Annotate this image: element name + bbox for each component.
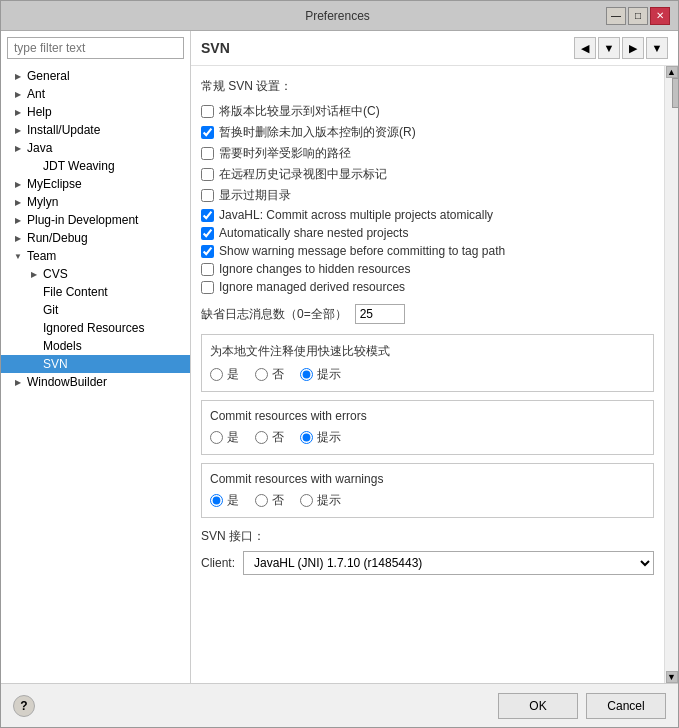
tree-item-ignored-resources[interactable]: Ignored Resources: [1, 319, 190, 337]
tree-label-ignored-resources: Ignored Resources: [41, 321, 186, 335]
checkbox-label-cb1: 将版本比较显示到对话框中(C): [219, 103, 380, 120]
cancel-button[interactable]: Cancel: [586, 693, 666, 719]
commit-error-group: Commit resources with errors 是 否 提示: [201, 400, 654, 455]
tree-item-git[interactable]: Git: [1, 301, 190, 319]
back-button[interactable]: ◀: [574, 37, 596, 59]
tree-item-models[interactable]: Models: [1, 337, 190, 355]
title-bar: Preferences — □ ✕: [1, 1, 678, 31]
tree-arrow-mylyn[interactable]: ▶: [11, 195, 25, 209]
radio-option-ce_prompt: 提示: [300, 429, 341, 446]
svn-interface-section: SVN 接口： Client: JavaHL (JNI) 1.7.10 (r14…: [201, 528, 654, 575]
tree-item-ant[interactable]: ▶Ant: [1, 85, 190, 103]
radio-ce_no[interactable]: [255, 431, 268, 444]
toolbar-dropdown1[interactable]: ▼: [598, 37, 620, 59]
commit-warning-radio-row: 是 否 提示: [210, 492, 645, 509]
tree-arrow-general[interactable]: ▶: [11, 69, 25, 83]
checkbox-label-cb9: Ignore changes to hidden resources: [219, 262, 410, 276]
checkbox-cb10[interactable]: [201, 281, 214, 294]
maximize-button[interactable]: □: [628, 7, 648, 25]
scroll-thumb[interactable]: [672, 78, 679, 108]
radio-cw_yes[interactable]: [210, 494, 223, 507]
log-field-input[interactable]: [355, 304, 405, 324]
filter-input[interactable]: [7, 37, 184, 59]
radio-lc_yes[interactable]: [210, 368, 223, 381]
forward-button[interactable]: ▶: [622, 37, 644, 59]
help-button[interactable]: ?: [13, 695, 35, 717]
client-label: Client:: [201, 556, 235, 570]
tree-arrow-help[interactable]: ▶: [11, 105, 25, 119]
tree-label-run-debug: Run/Debug: [25, 231, 186, 245]
tree-item-jdt-weaving[interactable]: JDT Weaving: [1, 157, 190, 175]
client-select[interactable]: JavaHL (JNI) 1.7.10 (r1485443)SVNKitSVNK…: [243, 551, 654, 575]
radio-ce_prompt[interactable]: [300, 431, 313, 444]
radio-label-ce_yes: 是: [227, 429, 239, 446]
checkbox-cb3[interactable]: [201, 147, 214, 160]
tree-arrow-plugin-development[interactable]: ▶: [11, 213, 25, 227]
log-field-label: 缺省日志消息数（0=全部）: [201, 306, 347, 323]
right-scrollbar[interactable]: ▲ ▼: [664, 66, 678, 683]
radio-label-lc_no: 否: [272, 366, 284, 383]
radio-lc_no[interactable]: [255, 368, 268, 381]
radio-ce_yes[interactable]: [210, 431, 223, 444]
tree-label-svn: SVN: [41, 357, 186, 371]
local-compare-radio-row: 是 否 提示: [210, 366, 645, 383]
checkbox-row-cb4: 在远程历史记录视图中显示标记: [201, 166, 654, 183]
checkbox-cb7[interactable]: [201, 227, 214, 240]
radio-option-lc_yes: 是: [210, 366, 239, 383]
tree-arrow-ant[interactable]: ▶: [11, 87, 25, 101]
ok-button[interactable]: OK: [498, 693, 578, 719]
checkbox-row-cb8: Show warning message before committing t…: [201, 244, 654, 258]
tree-item-install-update[interactable]: ▶Install/Update: [1, 121, 190, 139]
action-buttons: OK Cancel: [498, 693, 666, 719]
tree-arrow-placeholder: [27, 303, 41, 317]
svn-interface-title: SVN 接口：: [201, 528, 654, 545]
radio-option-lc_prompt: 提示: [300, 366, 341, 383]
checkbox-cb4[interactable]: [201, 168, 214, 181]
tree-label-jdt-weaving: JDT Weaving: [41, 159, 186, 173]
tree-arrow-team[interactable]: ▼: [11, 249, 25, 263]
tree-item-myeclipse[interactable]: ▶MyEclipse: [1, 175, 190, 193]
checkbox-row-cb10: Ignore managed derived resources: [201, 280, 654, 294]
close-button[interactable]: ✕: [650, 7, 670, 25]
dialog-title: Preferences: [69, 9, 606, 23]
radio-lc_prompt[interactable]: [300, 368, 313, 381]
radio-cw_no[interactable]: [255, 494, 268, 507]
tree-item-help[interactable]: ▶Help: [1, 103, 190, 121]
tree-item-file-content[interactable]: File Content: [1, 283, 190, 301]
tree-item-cvs[interactable]: ▶CVS: [1, 265, 190, 283]
scroll-down[interactable]: ▼: [666, 671, 678, 683]
checkbox-row-cb6: JavaHL: Commit across multiple projects …: [201, 208, 654, 222]
radio-cw_prompt[interactable]: [300, 494, 313, 507]
checkbox-cb2[interactable]: [201, 126, 214, 139]
tree-item-java[interactable]: ▶Java: [1, 139, 190, 157]
tree-item-plugin-development[interactable]: ▶Plug-in Development: [1, 211, 190, 229]
header-toolbar: ◀ ▼ ▶ ▼: [574, 37, 668, 59]
tree-arrow-myeclipse[interactable]: ▶: [11, 177, 25, 191]
checkbox-cb9[interactable]: [201, 263, 214, 276]
tree-arrow-java[interactable]: ▶: [11, 141, 25, 155]
right-content: 常规 SVN 设置： 将版本比较显示到对话框中(C) 暂换时删除未加入版本控制的…: [191, 66, 664, 683]
tree-label-myeclipse: MyEclipse: [25, 177, 186, 191]
tree-item-svn[interactable]: SVN: [1, 355, 190, 373]
tree-item-general[interactable]: ▶General: [1, 67, 190, 85]
tree-label-mylyn: Mylyn: [25, 195, 186, 209]
scroll-up[interactable]: ▲: [666, 66, 678, 78]
tree-item-mylyn[interactable]: ▶Mylyn: [1, 193, 190, 211]
left-panel: ▶General▶Ant▶Help▶Install/Update▶JavaJDT…: [1, 31, 191, 683]
tree-label-java: Java: [25, 141, 186, 155]
tree-item-windowbuilder[interactable]: ▶WindowBuilder: [1, 373, 190, 391]
tree-item-team[interactable]: ▼Team: [1, 247, 190, 265]
tree-arrow-cvs[interactable]: ▶: [27, 267, 41, 281]
checkbox-row-cb1: 将版本比较显示到对话框中(C): [201, 103, 654, 120]
checkbox-cb5[interactable]: [201, 189, 214, 202]
radio-option-lc_no: 否: [255, 366, 284, 383]
tree-arrow-run-debug[interactable]: ▶: [11, 231, 25, 245]
checkbox-cb1[interactable]: [201, 105, 214, 118]
tree-arrow-windowbuilder[interactable]: ▶: [11, 375, 25, 389]
tree-item-run-debug[interactable]: ▶Run/Debug: [1, 229, 190, 247]
checkbox-cb6[interactable]: [201, 209, 214, 222]
toolbar-dropdown2[interactable]: ▼: [646, 37, 668, 59]
minimize-button[interactable]: —: [606, 7, 626, 25]
checkbox-cb8[interactable]: [201, 245, 214, 258]
tree-arrow-install-update[interactable]: ▶: [11, 123, 25, 137]
